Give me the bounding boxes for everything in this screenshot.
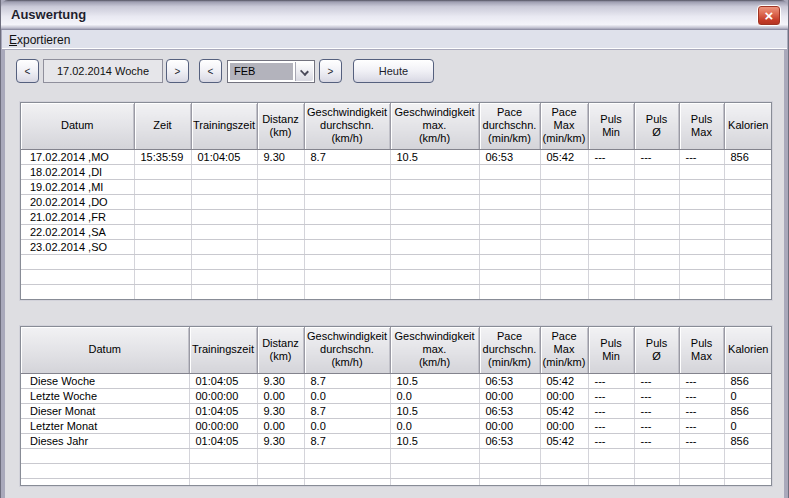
next-month-button[interactable]: > <box>319 59 342 83</box>
table-cell <box>679 448 724 463</box>
table-row[interactable]: Dieses Jahr01:04:059.308.710.506:5305:42… <box>21 433 772 448</box>
table-row[interactable] <box>21 284 772 299</box>
table-row[interactable] <box>21 478 772 486</box>
col-header-puls-min: Puls Min <box>588 327 634 373</box>
table-cell <box>304 209 390 224</box>
table-cell <box>134 269 191 284</box>
table-cell <box>134 284 191 299</box>
table-row[interactable]: 22.02.2014 ,SA <box>21 224 772 239</box>
table-cell <box>588 463 634 478</box>
table-cell <box>588 269 634 284</box>
col-header-puls-avg: Puls Ø <box>634 327 679 373</box>
table-cell <box>634 448 679 463</box>
table-cell: 00:00:00 <box>189 418 257 433</box>
table-cell: Letzter Monat <box>21 418 189 433</box>
col-header-distanz: Distanz (km) <box>257 327 304 373</box>
table-cell: 00:00 <box>479 388 540 403</box>
table-row[interactable]: 23.02.2014 ,SO <box>21 239 772 254</box>
col-header-geschwindigkeit-durchschn: Geschwindigkeit durchschn. (km/h) <box>304 103 390 149</box>
titlebar: Auswertung × <box>1 0 788 30</box>
table-row[interactable]: 19.02.2014 ,MI <box>21 179 772 194</box>
table-cell: 06:53 <box>479 403 540 418</box>
table-row[interactable] <box>21 254 772 269</box>
table-cell <box>390 179 479 194</box>
table-row[interactable]: Dieser Monat01:04:059.308.710.506:5305:4… <box>21 403 772 418</box>
table-cell <box>189 463 257 478</box>
summary-table-header-row: Datum Trainingszeit Distanz (km) Geschwi… <box>21 327 772 373</box>
table-row[interactable]: 20.02.2014 ,DO <box>21 194 772 209</box>
table-cell <box>257 239 304 254</box>
table-row[interactable]: 18.02.2014 ,DI <box>21 164 772 179</box>
table-cell: --- <box>679 149 724 164</box>
prev-month-button[interactable]: < <box>199 59 222 83</box>
table-row[interactable]: 21.02.2014 ,FR <box>21 209 772 224</box>
close-button[interactable]: × <box>757 5 781 26</box>
col-header-pace-durchschn: Pace durchschn. (min/km) <box>479 103 540 149</box>
chevron-down-icon[interactable] <box>295 62 313 81</box>
table-cell <box>304 284 390 299</box>
table-cell: --- <box>679 403 724 418</box>
table-cell <box>540 164 588 179</box>
table-cell <box>540 463 588 478</box>
table-cell <box>724 254 772 269</box>
table-cell: 00:00 <box>479 418 540 433</box>
table-cell <box>634 284 679 299</box>
table-cell <box>634 179 679 194</box>
col-header-geschwindigkeit-max: Geschwindigkeit max. (km/h) <box>390 327 479 373</box>
table-row[interactable] <box>21 269 772 284</box>
table-cell <box>540 224 588 239</box>
table-cell <box>191 164 257 179</box>
col-header-datum: Datum <box>21 327 189 373</box>
table-cell <box>390 448 479 463</box>
table-row[interactable] <box>21 463 772 478</box>
table-cell <box>257 254 304 269</box>
table-cell: 0.0 <box>304 388 390 403</box>
col-header-pace-max: Pace Max (min/km) <box>540 103 588 149</box>
table-cell: --- <box>588 403 634 418</box>
month-select[interactable]: FEB <box>227 60 315 83</box>
close-icon: × <box>765 7 774 24</box>
table-cell <box>679 179 724 194</box>
table-row[interactable]: Letzte Woche00:00:000.000.00.000:0000:00… <box>21 388 772 403</box>
table-cell <box>588 239 634 254</box>
table-cell: 05:42 <box>540 403 588 418</box>
table-row[interactable] <box>21 448 772 463</box>
table-cell <box>724 269 772 284</box>
week-field: 17.02.2014 Woche <box>43 59 163 83</box>
table-cell: 00:00:00 <box>189 388 257 403</box>
table-cell <box>588 209 634 224</box>
menu-item-exportieren[interactable]: Exportieren <box>2 31 77 47</box>
today-button[interactable]: Heute <box>353 59 434 83</box>
table-cell: --- <box>634 373 679 388</box>
table-cell: 10.5 <box>390 403 479 418</box>
table-cell <box>479 284 540 299</box>
table-cell <box>304 254 390 269</box>
col-header-pace-durchschn: Pace durchschn. (min/km) <box>479 327 540 373</box>
table-cell <box>257 448 304 463</box>
col-header-puls-max: Puls Max <box>679 103 724 149</box>
table-cell <box>540 209 588 224</box>
table-cell <box>257 463 304 478</box>
table-cell <box>588 254 634 269</box>
window: Auswertung × Exportieren < 17.02.2014 Wo… <box>0 0 789 498</box>
table-cell <box>304 179 390 194</box>
table-row[interactable]: Diese Woche01:04:059.308.710.506:5305:42… <box>21 373 772 388</box>
table-cell <box>257 164 304 179</box>
table-cell <box>191 269 257 284</box>
table-row[interactable]: Letzter Monat00:00:000.000.00.000:0000:0… <box>21 418 772 433</box>
next-week-button[interactable]: > <box>166 59 189 83</box>
table-cell: 10.5 <box>390 433 479 448</box>
table-cell: --- <box>588 418 634 433</box>
table-row[interactable]: 17.02.2014 ,MO15:35:5901:04:059.308.710.… <box>21 149 772 164</box>
table-cell <box>588 164 634 179</box>
table-cell: 9.30 <box>257 433 304 448</box>
table-cell <box>390 254 479 269</box>
table-cell: 00:00 <box>540 388 588 403</box>
col-header-puls-max: Puls Max <box>679 327 724 373</box>
prev-week-button[interactable]: < <box>16 59 39 83</box>
table-cell: 9.30 <box>257 373 304 388</box>
table-cell: --- <box>634 418 679 433</box>
table-cell <box>134 224 191 239</box>
table-cell <box>257 179 304 194</box>
table-cell: Letzte Woche <box>21 388 189 403</box>
